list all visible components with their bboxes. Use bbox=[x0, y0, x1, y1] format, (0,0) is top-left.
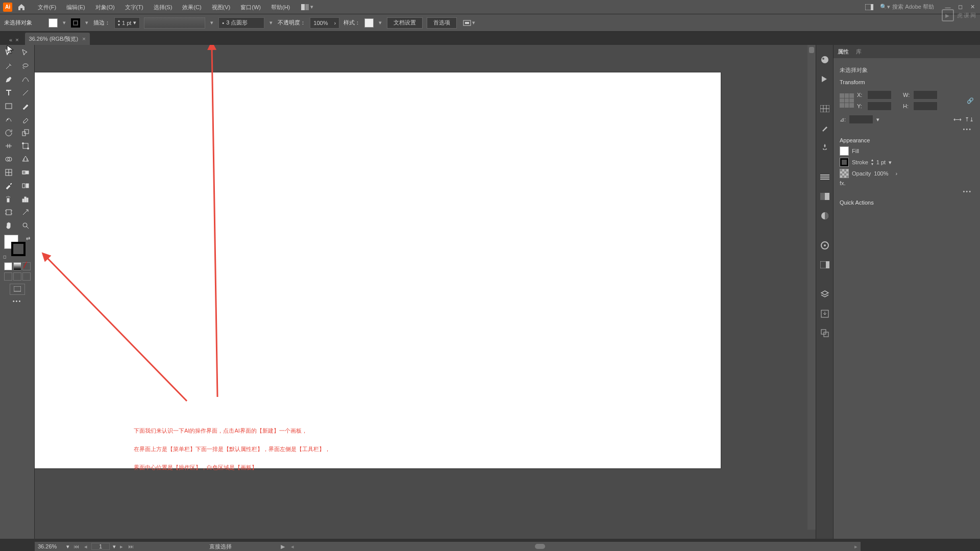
edit-toolbar-icon[interactable]: ••• bbox=[1, 298, 33, 304]
fill-dropdown-icon[interactable]: ▾ bbox=[62, 18, 67, 28]
style-swatch[interactable] bbox=[364, 18, 374, 28]
draw-behind[interactable] bbox=[13, 272, 21, 281]
menu-type[interactable]: 文字(T) bbox=[120, 0, 149, 14]
magic-wand-tool[interactable] bbox=[1, 60, 17, 72]
reference-point[interactable] bbox=[840, 93, 854, 108]
menu-window[interactable]: 窗口(W) bbox=[235, 0, 266, 14]
gradient-tool[interactable] bbox=[18, 166, 34, 179]
w-input[interactable] bbox=[913, 90, 938, 99]
shape-builder-tool[interactable] bbox=[1, 153, 17, 165]
first-artboard-icon[interactable]: ⏮ bbox=[72, 543, 80, 549]
draw-inside[interactable] bbox=[22, 272, 31, 281]
direct-selection-tool[interactable] bbox=[18, 47, 34, 59]
brush-definition[interactable]: • 3 点圆形 bbox=[218, 17, 264, 29]
hand-tool[interactable] bbox=[1, 219, 17, 232]
symbol-sprayer-tool[interactable] bbox=[1, 193, 17, 205]
variable-width-profile[interactable] bbox=[144, 17, 205, 29]
screen-mode[interactable] bbox=[10, 284, 25, 295]
stroke-panel-icon[interactable] bbox=[819, 171, 830, 183]
symbols-panel-icon[interactable] bbox=[819, 142, 830, 153]
fill-swatch-panel[interactable] bbox=[840, 146, 849, 156]
horizontal-scrollbar[interactable] bbox=[535, 544, 545, 549]
opacity-swatch-panel[interactable] bbox=[840, 169, 849, 178]
rectangle-tool[interactable] bbox=[1, 100, 17, 112]
arrange-documents[interactable]: ▾ bbox=[301, 4, 313, 10]
vertical-scrollbar[interactable] bbox=[807, 45, 816, 530]
stroke-dropdown-icon[interactable]: ▾ bbox=[84, 18, 89, 28]
appearance-more-icon[interactable]: ••• bbox=[840, 188, 974, 194]
color-guide-panel-icon[interactable] bbox=[819, 73, 830, 85]
scale-tool[interactable] bbox=[18, 127, 34, 139]
stroke-value-panel[interactable]: 1 pt bbox=[876, 159, 886, 165]
home-icon[interactable] bbox=[16, 2, 27, 12]
draw-normal[interactable] bbox=[4, 272, 12, 281]
menu-edit[interactable]: 编辑(E) bbox=[61, 0, 90, 14]
x-input[interactable] bbox=[867, 90, 892, 99]
width-tool[interactable] bbox=[1, 140, 17, 152]
zoom-input[interactable] bbox=[38, 543, 63, 549]
document-setup-button[interactable]: 文档设置 bbox=[387, 17, 423, 29]
fx-label[interactable]: fx. bbox=[840, 180, 846, 186]
curvature-tool[interactable] bbox=[18, 73, 34, 86]
blend-tool[interactable] bbox=[18, 180, 34, 192]
shaper-tool[interactable] bbox=[1, 113, 17, 126]
color-panel-icon[interactable] bbox=[819, 54, 830, 65]
gradient-mode[interactable] bbox=[13, 262, 21, 270]
stroke-swatch-panel[interactable] bbox=[840, 158, 849, 167]
appearance-panel-icon[interactable] bbox=[819, 240, 830, 251]
column-graph-tool[interactable] bbox=[18, 193, 34, 205]
prev-artboard-icon[interactable]: ◂ bbox=[83, 543, 88, 550]
menu-effect[interactable]: 效果(C) bbox=[177, 0, 206, 14]
workspace-switcher-icon[interactable] bbox=[864, 2, 875, 13]
y-input[interactable] bbox=[867, 102, 892, 111]
fill-stroke-control[interactable]: ⇄ ◻ bbox=[2, 235, 32, 260]
menu-file[interactable]: 文件(F) bbox=[33, 0, 61, 14]
swatches-panel-icon[interactable] bbox=[819, 103, 830, 114]
layers-panel-icon[interactable] bbox=[819, 289, 830, 300]
menu-select[interactable]: 选择(S) bbox=[149, 0, 178, 14]
transparency-panel-icon[interactable] bbox=[819, 210, 830, 221]
angle-input[interactable] bbox=[849, 115, 873, 124]
brushes-panel-icon[interactable] bbox=[819, 122, 830, 134]
type-tool[interactable] bbox=[1, 87, 17, 99]
artboard-tool[interactable] bbox=[1, 206, 17, 218]
search-icon[interactable]: 🔍▾ bbox=[880, 4, 890, 10]
transform-more-icon[interactable]: ••• bbox=[840, 126, 974, 132]
line-tool[interactable] bbox=[18, 87, 34, 99]
asset-export-panel-icon[interactable] bbox=[819, 308, 830, 319]
profile-dropdown-icon[interactable]: ▾ bbox=[209, 18, 214, 28]
swap-fill-stroke-icon[interactable]: ⇄ bbox=[26, 236, 30, 241]
menu-object[interactable]: 对象(O) bbox=[90, 0, 120, 14]
slice-tool[interactable] bbox=[18, 206, 34, 218]
tab-libraries[interactable]: 库 bbox=[856, 48, 862, 56]
stroke-swatch[interactable] bbox=[71, 18, 80, 28]
last-artboard-icon[interactable]: ⏭ bbox=[127, 543, 135, 549]
zoom-tool[interactable] bbox=[18, 219, 34, 232]
flip-horizontal-icon[interactable]: ⟷ bbox=[953, 116, 962, 123]
eyedropper-tool[interactable] bbox=[1, 180, 17, 192]
mesh-tool[interactable] bbox=[1, 166, 17, 179]
menu-help[interactable]: 帮助(H) bbox=[266, 0, 295, 14]
search-placeholder[interactable]: 搜索 Adobe 帮助 bbox=[892, 3, 934, 11]
preferences-button[interactable]: 首选项 bbox=[427, 17, 457, 29]
rotate-tool[interactable] bbox=[1, 127, 17, 139]
h-input[interactable] bbox=[913, 102, 938, 111]
panel-close-icon[interactable]: × bbox=[15, 37, 18, 43]
opacity-input[interactable]: 100%› bbox=[310, 17, 339, 29]
gradient-panel-icon[interactable] bbox=[819, 191, 830, 202]
paintbrush-tool[interactable] bbox=[18, 100, 34, 112]
link-wh-icon[interactable]: 🔗 bbox=[967, 97, 974, 104]
next-artboard-icon[interactable]: ▸ bbox=[119, 543, 124, 550]
fill-swatch[interactable] bbox=[48, 18, 58, 28]
graphic-styles-panel-icon[interactable] bbox=[819, 259, 830, 270]
artboards-panel-icon[interactable] bbox=[819, 328, 830, 339]
eraser-tool[interactable] bbox=[18, 113, 34, 126]
opacity-value-panel[interactable]: 100% bbox=[874, 170, 888, 177]
artboard-number-input[interactable] bbox=[91, 543, 110, 550]
menu-view[interactable]: 视图(V) bbox=[207, 0, 236, 14]
tab-properties[interactable]: 属性 bbox=[838, 48, 849, 56]
default-fill-stroke-icon[interactable]: ◻ bbox=[3, 255, 7, 259]
color-mode[interactable] bbox=[4, 262, 12, 270]
free-transform-tool[interactable] bbox=[18, 140, 34, 152]
document-tab[interactable]: 36.26% (RGB/预览) × bbox=[25, 33, 90, 45]
